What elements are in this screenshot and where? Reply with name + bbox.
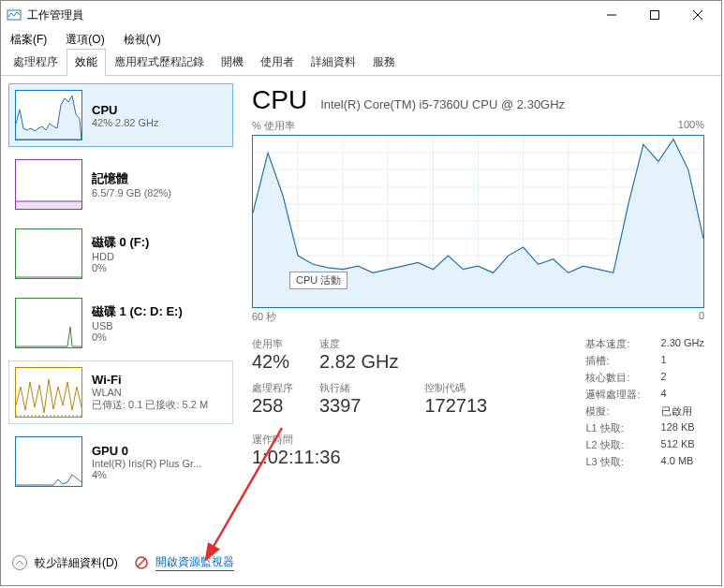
sidebar-item-label: 記憶體 (92, 170, 171, 187)
svg-rect-5 (16, 201, 81, 209)
chart-y-max: 100% (678, 119, 704, 133)
logical-value: 4 (661, 388, 704, 402)
tab-processes[interactable]: 處理程序 (5, 49, 66, 75)
body: CPU 42% 2.82 GHz 記憶體 6.5/7.9 GB (82%) (1, 76, 721, 585)
sidebar-item-sub: 6.5/7.9 GB (82%) (92, 187, 171, 198)
tab-startup[interactable]: 開機 (213, 49, 252, 75)
util-label: 使用率 (252, 337, 293, 351)
sockets-label: 插槽: (585, 354, 640, 368)
util-value: 42% (252, 351, 293, 373)
sidebar-item-label: 磁碟 1 (C: D: E:) (92, 303, 183, 320)
sockets-value: 1 (661, 354, 704, 368)
uptime-label: 運作時間 (252, 433, 487, 447)
menubar: 檔案(F) 選項(O) 檢視(V) (1, 29, 721, 50)
menu-file[interactable]: 檔案(F) (5, 30, 52, 50)
sidebar-item-value: 4% (92, 469, 201, 480)
sidebar-item-sub: WLAN (92, 387, 208, 398)
sidebar-item-label: GPU 0 (92, 444, 201, 458)
sidebar-item-label: CPU (92, 103, 159, 117)
base-speed-label: 基本速度: (585, 337, 640, 351)
threads-label: 執行緒 (319, 381, 398, 395)
sidebar-item-sub: HDD (92, 251, 149, 262)
menu-view[interactable]: 檢視(V) (118, 30, 167, 50)
l1-value: 128 KB (661, 421, 704, 435)
sidebar-item-label: Wi-Fi (92, 373, 208, 387)
logical-label: 邏輯處理器: (585, 388, 640, 402)
main: CPU Intel(R) Core(TM) i5-7360U CPU @ 2.3… (239, 76, 721, 585)
sidebar-item-disk0[interactable]: 磁碟 0 (F:) HDD 0% (8, 222, 233, 286)
chart-x-left: 60 秒 (252, 310, 276, 324)
tab-history[interactable]: 應用程式歷程記錄 (106, 49, 213, 75)
cores-label: 核心數目: (585, 371, 640, 385)
tab-performance[interactable]: 效能 (66, 49, 106, 75)
virt-label: 模擬: (585, 404, 640, 419)
l1-label: L1 快取: (585, 421, 640, 435)
chart-tooltip: CPU 活動 (289, 272, 347, 289)
memory-thumb (15, 159, 82, 210)
cores-value: 2 (661, 371, 704, 385)
window-maximize-button[interactable] (633, 1, 676, 29)
l3-label: L3 快取: (585, 455, 640, 469)
sidebar-item-value: 已傳送: 0.1 已接收: 5.2 M (92, 398, 208, 412)
fewer-details-button[interactable]: 較少詳細資料(D) (35, 555, 118, 571)
stats: 使用率42% 速度2.82 GHz 處理程序258 執行緒3397 控制代碼17… (252, 337, 704, 469)
stats-right: 基本速度:2.30 GHz 插槽:1 核心數目:2 邏輯處理器:4 模擬:已啟用… (585, 337, 704, 469)
tab-users[interactable]: 使用者 (252, 49, 303, 75)
sidebar-item-value: 0% (92, 331, 183, 343)
proc-value: 258 (252, 395, 293, 417)
svg-line-28 (138, 559, 145, 566)
sidebar-item-value: 0% (92, 262, 149, 273)
sidebar-item-memory[interactable]: 記憶體 6.5/7.9 GB (82%) (8, 153, 233, 216)
resource-monitor-icon (135, 556, 148, 569)
cpu-model: Intel(R) Core(TM) i5-7360U CPU @ 2.30GHz (320, 97, 565, 111)
window-title: 工作管理員 (27, 7, 83, 23)
speed-label: 速度 (319, 337, 398, 351)
tab-details[interactable]: 詳細資料 (303, 49, 364, 75)
sidebar-item-sub: 42% 2.82 GHz (92, 117, 159, 128)
handles-label: 控制代碼 (424, 381, 487, 395)
proc-label: 處理程序 (252, 381, 293, 395)
svg-rect-2 (651, 11, 659, 20)
virt-value: 已啟用 (661, 404, 704, 419)
sidebar-item-cpu[interactable]: CPU 42% 2.82 GHz (8, 83, 233, 147)
window-close-button[interactable] (676, 1, 719, 29)
titlebar: 工作管理員 (1, 1, 721, 29)
uptime-value: 1:02:11:36 (252, 447, 487, 468)
page-title: CPU (252, 85, 307, 115)
disk0-thumb (15, 228, 82, 279)
sidebar: CPU 42% 2.82 GHz 記憶體 6.5/7.9 GB (82%) (1, 76, 239, 585)
tab-services[interactable]: 服務 (364, 49, 404, 75)
menu-options[interactable]: 選項(O) (60, 30, 110, 50)
sidebar-item-gpu0[interactable]: GPU 0 Intel(R) Iris(R) Plus Gr... 4% (8, 430, 233, 493)
tabbar: 處理程序 效能 應用程式歷程記錄 開機 使用者 詳細資料 服務 (1, 50, 721, 76)
base-speed-value: 2.30 GHz (661, 337, 704, 351)
chevron-up-icon[interactable] (12, 555, 27, 570)
sidebar-item-sub: Intel(R) Iris(R) Plus Gr... (92, 458, 201, 469)
chart-y-label: % 使用率 (252, 119, 295, 133)
speed-value: 2.82 GHz (319, 351, 398, 373)
footer: 較少詳細資料(D) 開啟資源監視器 (5, 546, 717, 580)
disk1-thumb (15, 298, 82, 348)
sidebar-item-sub: USB (92, 320, 183, 331)
l2-label: L2 快取: (585, 438, 640, 452)
handles-value: 172713 (424, 395, 487, 417)
threads-value: 3397 (319, 395, 398, 417)
l2-value: 512 KB (661, 438, 704, 452)
l3-value: 4.0 MB (661, 455, 704, 469)
chart-x-right: 0 (699, 310, 704, 324)
open-resource-monitor-link[interactable]: 開啟資源監視器 (155, 554, 234, 571)
sidebar-item-label: 磁碟 0 (F:) (92, 234, 149, 251)
app-icon (7, 7, 22, 22)
gpu-thumb (15, 436, 82, 487)
sidebar-item-disk1[interactable]: 磁碟 1 (C: D: E:) USB 0% (8, 291, 233, 355)
wifi-thumb (15, 367, 82, 418)
cpu-thumb (15, 90, 82, 140)
sidebar-item-wifi[interactable]: Wi-Fi WLAN 已傳送: 0.1 已接收: 5.2 M (8, 360, 233, 424)
window-minimize-button[interactable] (590, 1, 633, 29)
